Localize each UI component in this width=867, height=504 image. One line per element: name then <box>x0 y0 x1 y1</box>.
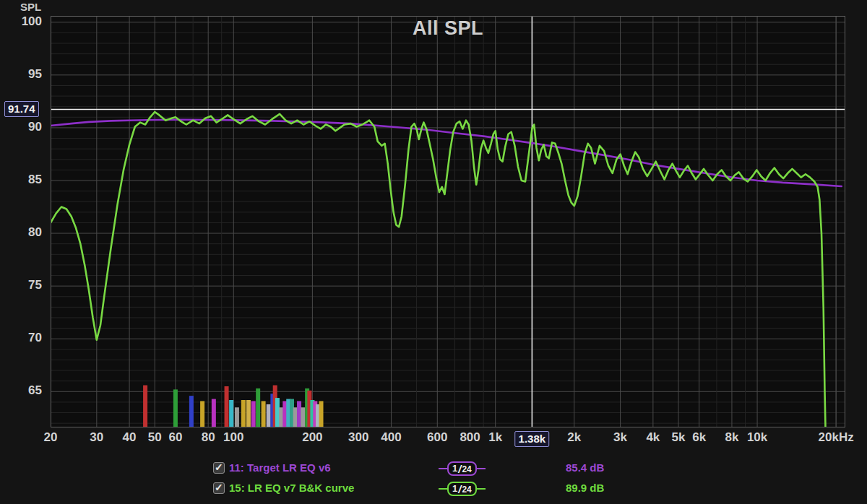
spl-chart-canvas[interactable] <box>51 16 845 427</box>
smoothing-badge[interactable]: 1/24 <box>439 461 486 477</box>
x-tick-label: 5k <box>672 430 686 445</box>
y-tick-label: 85 <box>0 173 42 187</box>
x-axis-tick-labels: 2030405060801002003004006008001k2k3k4k5k… <box>51 430 867 446</box>
y-tick-label: 80 <box>0 225 42 240</box>
eq-filter-bar <box>267 404 271 427</box>
cursor-spl-readout: 91.74 <box>4 101 39 117</box>
cursor-frequency-readout: 1.38k <box>515 431 550 447</box>
x-tick-label: 1k <box>488 430 502 445</box>
eq-filter-bar <box>189 396 194 427</box>
trace-label[interactable]: 11: Target LR EQ v6 <box>229 461 331 474</box>
plot-border <box>51 17 845 427</box>
eq-filter-bar <box>229 400 233 427</box>
x-tick-label: 8k <box>725 430 738 445</box>
eq-filter-bar <box>212 399 216 427</box>
eq-filter-bar <box>256 388 260 427</box>
smoothing-numerator: 1 <box>452 464 457 473</box>
x-tick-label: 2k <box>567 430 581 445</box>
x-tick-label: 6k <box>692 430 706 445</box>
x-tick-label: 3k <box>613 430 627 445</box>
eq-filter-bar <box>225 386 229 427</box>
eq-filter-bar <box>275 398 280 427</box>
gridlines <box>51 16 845 427</box>
smoothing-numerator: 1 <box>452 484 457 493</box>
x-tick-label: 4k <box>646 430 660 445</box>
trace-cursor-value: 89.9 dB <box>566 482 604 494</box>
y-tick-label: 75 <box>0 278 42 292</box>
y-tick-label: 100 <box>0 14 42 29</box>
eq-filter-bar <box>200 401 204 427</box>
y-axis-unit-label: SPL <box>20 1 41 13</box>
x-tick-label: 200 <box>302 430 322 445</box>
x-tick-label: 20 <box>44 430 58 445</box>
badge-wire-right <box>477 468 486 469</box>
x-tick-label: 10k <box>747 430 767 445</box>
x-tick-label: 40 <box>123 430 137 445</box>
eq-filter-bar <box>246 400 251 427</box>
trace-label[interactable]: 15: LR EQ v7 B&K curve <box>229 482 354 494</box>
eq-filter-bar <box>319 401 323 427</box>
trace-cursor-value: 85.4 dB <box>566 461 604 474</box>
eq-filter-bar <box>297 401 301 427</box>
y-tick-label: 65 <box>0 383 42 398</box>
eq-filter-bar <box>143 386 147 427</box>
badge-wire-left <box>439 488 447 490</box>
smoothing-fraction: 1/24 <box>447 482 477 496</box>
plot-area[interactable] <box>51 16 845 427</box>
x-tick-label: 800 <box>460 430 480 445</box>
x-tick-label: 100 <box>223 430 243 445</box>
smoothing-fraction: 1/24 <box>447 461 477 476</box>
trace-visibility-checkbox[interactable] <box>213 482 225 494</box>
smoothing-badge[interactable]: 1/24 <box>439 481 486 497</box>
smoothing-denominator: 24 <box>462 485 471 494</box>
legend-row-measurement: 15: LR EQ v7 B&K curve 1/24 89.9 dB <box>213 481 719 497</box>
x-tick-label: 20kHz <box>819 430 854 445</box>
eq-filter-bar <box>173 389 178 427</box>
legend-row-target: 11: Target LR EQ v6 1/24 85.4 dB <box>213 461 719 477</box>
eq-filter-bar <box>301 407 305 427</box>
y-tick-label: 95 <box>0 67 42 82</box>
cursor-crosshair <box>51 16 845 427</box>
x-tick-label: 30 <box>90 430 103 445</box>
trace-visibility-checkbox[interactable] <box>213 462 225 474</box>
eq-filter-bar <box>262 401 266 427</box>
x-tick-label: 300 <box>348 430 368 445</box>
eq-filter-bar <box>235 407 239 427</box>
eq-filter-bar <box>241 400 246 427</box>
x-tick-label: 50 <box>148 430 162 445</box>
x-tick-label: 600 <box>427 430 447 445</box>
fraction-slash: / <box>458 483 461 495</box>
badge-wire-left <box>439 468 447 469</box>
x-tick-label: 400 <box>381 430 401 445</box>
x-tick-label: 80 <box>202 430 215 445</box>
eq-filter-bar <box>251 401 256 427</box>
x-tick-label: 60 <box>168 430 182 445</box>
y-tick-label: 90 <box>0 120 42 134</box>
y-tick-label: 70 <box>0 331 42 345</box>
smoothing-denominator: 24 <box>462 465 471 474</box>
fraction-slash: / <box>458 463 461 475</box>
eq-filter-bar <box>293 407 298 427</box>
badge-wire-right <box>477 488 486 490</box>
